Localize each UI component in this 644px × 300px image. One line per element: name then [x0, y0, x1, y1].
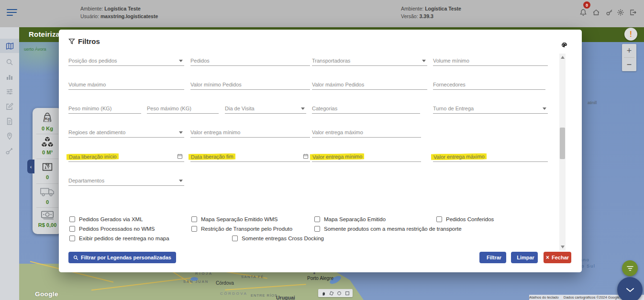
field-pedidos[interactable]: Pedidos — [190, 55, 310, 66]
sidebar-item-filter-levels[interactable] — [0, 85, 19, 99]
chevron-down-icon — [179, 60, 183, 62]
field-valor-minimo-pedidos[interactable]: Valor mínimo Pedidos — [190, 79, 310, 90]
sidebar-item-chart[interactable] — [0, 70, 19, 84]
divider — [36, 183, 58, 184]
map-label: ENTRE RÍOS — [251, 293, 278, 298]
field-posicao-pedidos[interactable]: Posição dos pedidos — [68, 55, 184, 66]
gear-icon[interactable] — [617, 9, 625, 17]
checkbox-reentrega-no-mapa[interactable]: Exibir pedidos de reentrega no mapa — [69, 236, 169, 241]
map-label: CÓRDOVA — [220, 291, 247, 296]
alert-button[interactable]: ! — [624, 28, 637, 41]
collapse-map-fab[interactable] — [617, 277, 643, 300]
field-departamentos[interactable]: Departamentos — [68, 175, 184, 186]
top-header: Ambiente: Logística Teste Usuário: maxst… — [0, 0, 644, 27]
field-dia-de-visita[interactable]: Dia de Visita — [225, 103, 306, 114]
app-root: uerto Ávora atinill RIOJA SAN JUAN Córdo… — [0, 0, 644, 300]
field-peso-minimo[interactable]: Peso mínimo (KG) — [68, 103, 141, 114]
checkbox-mesma-restricao-transporte[interactable]: Somente produtos com a mesma restrição d… — [314, 226, 462, 232]
field-volume-minimo[interactable]: Volume mínimo — [433, 55, 548, 66]
field-transportadoras[interactable]: Transportadoras — [312, 55, 427, 66]
palette-icon[interactable] — [561, 42, 567, 48]
circle-select-icon[interactable] — [336, 290, 342, 296]
map-label: Córdova — [216, 280, 234, 286]
truck-icon — [33, 184, 62, 199]
divider — [36, 134, 58, 134]
filter-by-legend-button[interactable]: Filtrar por Legendas personalizadas — [68, 252, 176, 263]
checkbox-cross-docking[interactable]: Somente entregas Cross Docking — [232, 236, 324, 241]
sidebar-item-search[interactable] — [0, 55, 19, 69]
field-valor-entrega-minimo-2[interactable]: Valor entrega mínimo — [312, 151, 421, 162]
close-button[interactable]: × Fechar — [544, 252, 571, 263]
stat-weight: Kg 0 Kg — [33, 111, 62, 131]
map-label: SAN JUAN — [183, 279, 209, 284]
modal-title-row: Filtros — [68, 37, 100, 45]
left-sidebar — [0, 27, 19, 300]
home-icon[interactable] — [592, 9, 601, 17]
filters-modal: Filtros Posição dos pedidos Pedidos Tran… — [59, 30, 582, 272]
scroll-down-arrow[interactable] — [561, 246, 565, 248]
checkbox-mapa-separacao-wms[interactable]: Mapa Separação Emitido WMS — [191, 216, 278, 222]
field-fornecedores[interactable]: Fornecedores — [433, 79, 545, 90]
logout-door-icon[interactable] — [629, 9, 638, 17]
scrollbar-thumb[interactable] — [560, 128, 565, 159]
field-valor-maximo-pedidos[interactable]: Valor máximo Pedidos — [312, 79, 427, 90]
checkbox-pedidos-conferidos[interactable]: Pedidos Conferidos — [436, 216, 494, 222]
collapse-panel-tab[interactable]: ‹ — [27, 160, 34, 173]
field-valor-entrega-maximo[interactable]: Valor entrega máximo — [312, 127, 421, 138]
menu-hamburger-icon[interactable] — [7, 9, 17, 18]
stat-money-value: R$ 0,00 — [33, 222, 62, 228]
svg-text:Kg: Kg — [45, 117, 50, 121]
divider — [36, 159, 58, 159]
clear-button[interactable]: Limpar — [511, 252, 538, 263]
totals-panel: Kg 0 Kg 0 M³ 0 0 R$ 0,00 — [33, 108, 62, 234]
field-regioes-atendimento[interactable]: Regioes de atendimento — [68, 127, 184, 138]
sidebar-item-edit[interactable] — [0, 99, 19, 114]
map-zoom-control: + − — [622, 44, 636, 71]
map-filter-fab[interactable] — [622, 260, 638, 276]
field-data-liberacao-inicio[interactable]: Data liberação início — [68, 151, 184, 162]
key-icon[interactable] — [606, 9, 614, 17]
chevron-down-icon — [626, 288, 634, 292]
filter-button[interactable]: Filtrar — [479, 252, 506, 263]
field-peso-maximo[interactable]: Peso máximo (KG) — [147, 103, 219, 114]
sidebar-item-pin[interactable] — [0, 129, 19, 143]
env-info-left: Ambiente: Logística Teste Usuário: maxst… — [80, 5, 158, 20]
pan-hand-icon[interactable] — [321, 290, 326, 296]
zoom-in-button[interactable]: + — [622, 44, 636, 57]
field-data-liberacao-fim[interactable]: Data liberação fim — [190, 151, 310, 162]
bell-icon[interactable] — [579, 9, 588, 17]
stat-volume-value: 0 M³ — [33, 150, 62, 155]
checkbox-mapa-separacao-emitido[interactable]: Mapa Separação Emitido — [314, 216, 386, 222]
sidebar-item-document[interactable] — [0, 114, 19, 129]
filter-lines-icon — [627, 266, 633, 271]
field-categorias[interactable]: Categorias — [312, 103, 420, 114]
sidebar-item-tools[interactable] — [0, 144, 19, 158]
sidebar-item-map[interactable] — [0, 39, 19, 53]
keyboard-shortcuts-link[interactable]: Atalhos do teclado — [529, 295, 559, 300]
stat-trucks-value: 0 — [33, 199, 62, 205]
zoom-out-button[interactable]: − — [622, 58, 636, 71]
checkbox-pedidos-gerados-xml[interactable]: Pedidos Gerados via XML — [69, 216, 143, 222]
chevron-down-icon — [179, 180, 183, 182]
checkbox-pedidos-processados-wms[interactable]: Pedidos Processados no WMS — [69, 226, 155, 232]
lasso-select-icon[interactable] — [329, 290, 334, 296]
map-label: SANTA FÉ — [241, 275, 264, 279]
field-volume-maximo[interactable]: Volume máximo — [68, 79, 184, 90]
rectangle-select-icon[interactable] — [344, 290, 350, 296]
field-turno-de-entrega[interactable]: Turno de Entrega — [433, 103, 548, 114]
calendar-icon — [303, 153, 309, 159]
google-logo: Google — [35, 290, 58, 298]
scroll-up-arrow[interactable] — [561, 56, 565, 59]
map-label-partial: atinill — [588, 100, 597, 105]
checkbox-restricao-transporte-produto[interactable]: Restrição de Transporte pelo Produto — [191, 226, 292, 232]
map-label: Porto Alegre — [307, 276, 333, 281]
modal-scrollbar[interactable] — [559, 54, 566, 251]
modal-title: Filtros — [78, 37, 100, 45]
cubes-icon — [33, 135, 62, 149]
funnel-icon — [68, 38, 75, 45]
field-valor-entrega-maximo-2[interactable]: Valor entrega máximo — [433, 151, 548, 162]
field-valor-entrega-minimo[interactable]: Valor entrega mínimo — [190, 127, 310, 138]
calendar-icon — [177, 153, 183, 159]
stat-weight-value: 0 Kg — [33, 126, 62, 131]
weight-kg-icon: Kg — [33, 111, 62, 125]
